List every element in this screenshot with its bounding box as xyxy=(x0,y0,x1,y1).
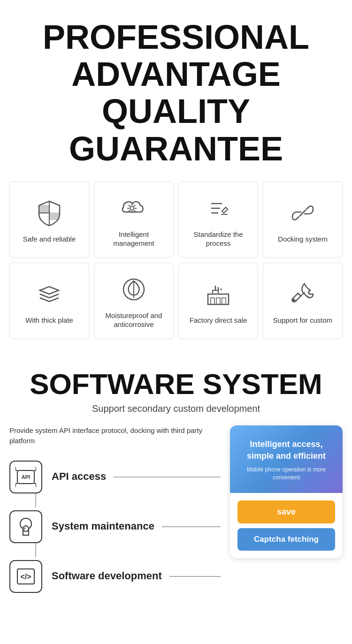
list-label-api: API access xyxy=(52,470,106,484)
svg-line-8 xyxy=(134,210,135,212)
code-icon: </> xyxy=(9,560,42,593)
pen-list-icon xyxy=(203,193,233,223)
feature-label-standardize: Standardize the process xyxy=(184,230,253,248)
svg-marker-1 xyxy=(49,213,59,220)
software-right-panel: Intelligent access, simple and efficient… xyxy=(230,425,343,558)
factory-icon xyxy=(203,279,233,309)
connector-development xyxy=(169,576,221,577)
connector-api xyxy=(114,477,221,477)
svg-point-37 xyxy=(23,526,29,531)
maintenance-icon xyxy=(9,510,42,543)
leaf-circle-icon xyxy=(119,274,149,304)
captcha-button[interactable]: Captcha fetching xyxy=(237,528,335,551)
feature-grid: Safe and reliable Intelligent manage xyxy=(0,182,352,353)
svg-text:</>: </> xyxy=(20,573,31,581)
svg-rect-24 xyxy=(216,298,220,304)
panel-buttons: save Captcha fetching xyxy=(230,493,343,558)
panel-header-subtitle: Mobile phone operation is more convenien… xyxy=(239,466,333,482)
feature-card-safe-reliable: Safe and reliable xyxy=(9,182,89,258)
page-title: PROFESSIONAL ADVANTAGE QUALITY GUARANTEE xyxy=(9,19,343,167)
feature-label-custom: Support for custom xyxy=(273,316,333,325)
feature-card-standardize: Standardize the process xyxy=(178,182,258,258)
svg-point-26 xyxy=(293,299,295,301)
feature-card-intelligent: Intelligent management xyxy=(94,182,174,258)
svg-line-9 xyxy=(134,205,135,206)
feature-label-docking: Docking system xyxy=(278,235,328,244)
list-item-development: </> Software development xyxy=(9,560,221,593)
feature-label-safe-reliable: Safe and reliable xyxy=(23,235,76,244)
list-item-maintenance: System maintenance xyxy=(9,510,221,543)
software-section: SOFTWARE SYSTEM Support secondary custom… xyxy=(0,353,352,619)
panel-header: Intelligent access, simple and efficient… xyxy=(230,425,343,493)
feature-card-factory: Factory direct sale xyxy=(178,263,258,339)
svg-rect-23 xyxy=(211,298,214,304)
feature-label-moistureproof: Moistureproof and anticorrosive xyxy=(99,311,168,329)
cloud-settings-icon xyxy=(119,193,149,223)
tools-icon xyxy=(288,279,318,309)
list-label-maintenance: System maintenance xyxy=(52,520,154,533)
software-left: Provide system API interface protocol, d… xyxy=(9,425,221,610)
software-title: SOFTWARE SYSTEM xyxy=(9,367,343,401)
svg-line-10 xyxy=(129,210,130,212)
svg-text:API: API xyxy=(22,474,30,480)
panel-header-title: Intelligent access, simple and efficient xyxy=(239,439,333,462)
svg-rect-25 xyxy=(222,298,226,304)
feature-label-intelligent: Intelligent management xyxy=(99,230,168,248)
feature-card-docking: Docking system xyxy=(263,182,343,258)
list-item-api: API API access xyxy=(9,461,221,493)
software-desc: Provide system API interface protocol, d… xyxy=(9,425,221,447)
page-header: PROFESSIONAL ADVANTAGE QUALITY GUARANTEE xyxy=(0,0,352,182)
save-button[interactable]: save xyxy=(237,500,335,523)
feature-label-factory: Factory direct sale xyxy=(190,316,247,325)
feature-card-moistureproof: Moistureproof and anticorrosive xyxy=(94,263,174,339)
feature-label-thick-plate: With thick plate xyxy=(25,316,73,325)
svg-line-7 xyxy=(129,205,130,206)
list-label-development: Software development xyxy=(52,569,162,583)
software-subtitle: Support secondary custom development xyxy=(9,403,343,414)
link-icon xyxy=(288,198,318,228)
svg-point-2 xyxy=(130,206,134,210)
feature-row-1: Safe and reliable Intelligent manage xyxy=(9,182,343,258)
connector-maintenance xyxy=(162,526,221,527)
feature-card-custom: Support for custom xyxy=(263,263,343,339)
shield-icon xyxy=(34,198,64,228)
api-icon: API xyxy=(9,461,42,493)
layers-icon xyxy=(34,279,64,309)
feature-card-thick-plate: With thick plate xyxy=(9,263,89,339)
svg-marker-0 xyxy=(40,205,49,213)
svg-line-15 xyxy=(300,210,306,216)
feature-row-2: With thick plate Moistureproof and antic… xyxy=(9,263,343,339)
software-content: Provide system API interface protocol, d… xyxy=(9,425,343,610)
